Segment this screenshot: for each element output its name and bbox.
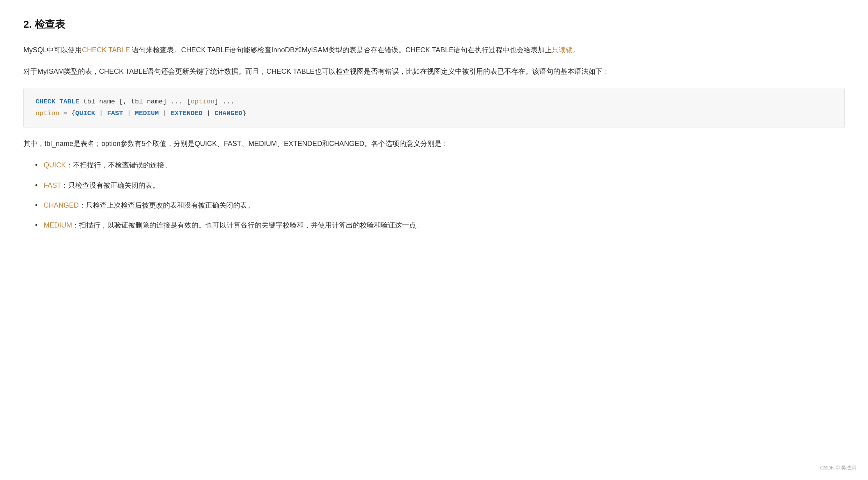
paragraph-3: 其中，tbl_name是表名；option参数有5个取值，分别是QUICK、FA… — [23, 137, 845, 150]
sep-quick: ：不扫描行，不检查错误的连接。 — [66, 161, 171, 169]
sep-medium: ：扫描行，以验证被删除的连接是有效的。也可以计算各行的关键字校验和，并使用计算出… — [72, 221, 423, 229]
list-item-quick: QUICK：不扫描行，不检查错误的连接。 — [35, 159, 845, 172]
list-item-fast: FAST：只检查没有被正确关闭的表。 — [35, 179, 845, 192]
keyword-fast: FAST — [44, 181, 61, 189]
code-check-table: CHECK TABLE — [35, 98, 79, 105]
readonly-lock-link[interactable]: 只读锁 — [552, 46, 573, 54]
check-table-keyword: CHECK TABLE — [82, 46, 130, 54]
code-block: CHECK TABLE tbl_name [, tbl_name] ... [o… — [23, 88, 845, 128]
paragraph-2: 对于MyISAM类型的表，CHECK TABLE语句还会更新关键字统计数据。而且… — [23, 65, 845, 78]
keyword-medium: MEDIUM — [44, 221, 72, 229]
section-title: 2. 检查表 — [23, 16, 845, 33]
section-number: 2. — [23, 18, 32, 30]
p1-text-after2: 。 — [573, 46, 580, 54]
options-list: QUICK：不扫描行，不检查错误的连接。 FAST：只检查没有被正确关闭的表。 … — [35, 159, 845, 232]
section-heading: 检查表 — [35, 18, 65, 30]
code-params: tbl_name [, tbl_name] ... [option] ... — [79, 98, 234, 105]
paragraph-1: MySQL中可以使用CHECK TABLE 语句来检查表。CHECK TABLE… — [23, 44, 845, 57]
p1-text-after1: 语句来检查表。CHECK TABLE语句能够检查InnoDB和MyISAM类型的… — [130, 46, 552, 54]
code-line-1: CHECK TABLE tbl_name [, tbl_name] ... [o… — [35, 96, 833, 108]
list-item-changed: CHANGED：只检查上次检查后被更改的表和没有被正确关闭的表。 — [35, 199, 845, 212]
list-item-medium: MEDIUM：扫描行，以验证被删除的连接是有效的。也可以计算各行的关键字校验和，… — [35, 219, 845, 232]
sep-changed: ：只检查上次检查后被更改的表和没有被正确关闭的表。 — [79, 201, 254, 209]
keyword-quick: QUICK — [44, 161, 66, 169]
keyword-changed: CHANGED — [44, 201, 79, 209]
sep-fast: ：只检查没有被正确关闭的表。 — [61, 181, 159, 189]
code-equals: = {QUICK | FAST | MEDIUM | EXTENDED | CH… — [59, 110, 246, 117]
code-option-var: option — [35, 110, 59, 117]
code-line-2: option = {QUICK | FAST | MEDIUM | EXTEND… — [35, 108, 833, 120]
p1-text-before: MySQL中可以使用 — [23, 46, 82, 54]
